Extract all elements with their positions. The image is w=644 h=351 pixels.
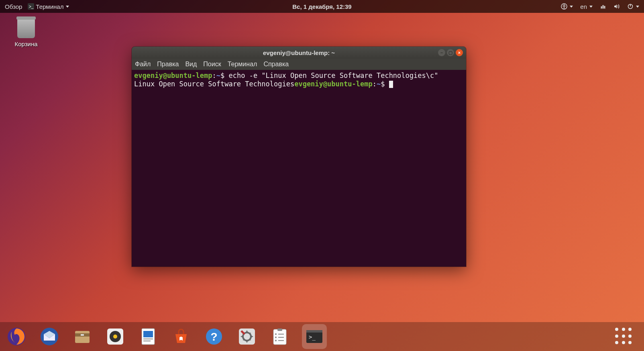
prompt-user-host: evgeniy@ubuntu-lemp [134, 71, 212, 80]
app-menu-button[interactable]: >_ Терминал [28, 3, 69, 10]
network-indicator[interactable] [600, 3, 606, 10]
terminal-window: evgeniy@ubuntu-lemp: ~ – ▢ × Файл Правка… [132, 47, 466, 267]
libreoffice-writer-icon [139, 327, 158, 346]
prompt-symbol: $ [381, 80, 385, 88]
activities-button[interactable]: Обзор [5, 3, 22, 10]
terminal-menubar: Файл Правка Вид Поиск Терминал Справка [132, 59, 466, 70]
svg-rect-15 [143, 331, 153, 337]
todo-icon [270, 327, 289, 346]
help-icon: ? [204, 327, 224, 346]
window-titlebar[interactable]: evgeniy@ubuntu-lemp: ~ – ▢ × [132, 47, 466, 59]
show-applications-button[interactable] [615, 328, 633, 345]
app-menu-label: Терминал [36, 3, 63, 10]
rhythmbox-icon [106, 327, 125, 346]
trash-bin-icon [17, 19, 35, 38]
svg-rect-31 [306, 330, 322, 333]
svg-point-3 [564, 4, 565, 6]
dock-ubuntu-software[interactable] [170, 326, 192, 347]
prompt-symbol: $ [220, 71, 224, 80]
network-icon [600, 3, 606, 10]
chevron-down-icon [636, 6, 639, 8]
svg-text:>_: >_ [309, 334, 316, 341]
window-title: evgeniy@ubuntu-lemp: ~ [263, 49, 335, 56]
svg-text:?: ? [210, 331, 217, 343]
top-panel: Обзор >_ Терминал Вс, 1 декабря, 12:39 e… [0, 0, 644, 13]
terminal-app-icon: >_ [28, 3, 34, 10]
chevron-down-icon [570, 6, 573, 8]
trash-desktop-icon[interactable]: Корзина [8, 19, 44, 47]
minimize-button[interactable]: – [438, 49, 445, 56]
svg-point-26 [275, 337, 277, 338]
ubuntu-software-icon [171, 327, 191, 346]
dock: ? >_ [0, 322, 644, 351]
dock-help[interactable]: ? [203, 326, 225, 347]
prompt-sep: : [373, 80, 377, 88]
menu-terminal[interactable]: Терминал [228, 61, 257, 68]
svg-rect-23 [277, 329, 282, 331]
input-source-menu[interactable]: en [580, 3, 593, 10]
chevron-down-icon [589, 6, 593, 8]
volume-icon [613, 3, 620, 10]
files-icon [73, 327, 92, 346]
desktop: Корзина evgeniy@ubuntu-lemp: ~ – ▢ × Фай… [0, 13, 644, 351]
output-text: Linux Open Source Software Technologies [134, 80, 294, 88]
dock-libreoffice-writer[interactable] [137, 326, 159, 347]
svg-point-13 [113, 335, 117, 339]
prompt-path: ~ [216, 71, 220, 80]
dock-thunderbird[interactable] [39, 326, 60, 347]
firefox-icon [7, 327, 26, 346]
terminal-content[interactable]: evgeniy@ubuntu-lemp:~$ echo -e "Linux Op… [132, 70, 466, 90]
dock-files[interactable] [71, 326, 93, 347]
volume-indicator[interactable] [613, 3, 620, 10]
menu-search[interactable]: Поиск [203, 61, 221, 68]
svg-text:>_: >_ [29, 4, 34, 9]
menu-help[interactable]: Справка [263, 61, 289, 68]
trash-label: Корзина [8, 41, 44, 47]
input-source-label: en [580, 3, 587, 10]
svg-point-28 [275, 340, 277, 341]
svg-rect-10 [81, 334, 84, 336]
menu-file[interactable]: Файл [135, 61, 151, 68]
dock-settings[interactable] [236, 326, 258, 347]
prompt-sep: : [212, 71, 216, 80]
dock-firefox[interactable] [6, 326, 27, 347]
svg-rect-8 [75, 331, 90, 343]
dock-terminal[interactable]: >_ [302, 324, 327, 349]
svg-point-24 [275, 333, 277, 335]
prompt-path: ~ [377, 80, 381, 88]
power-menu[interactable] [627, 3, 639, 10]
dock-todo[interactable] [269, 326, 291, 347]
command-text: echo -e "Linux Open Source Software Tech… [228, 71, 438, 80]
power-icon [627, 3, 634, 10]
accessibility-icon [561, 3, 567, 10]
menu-view[interactable]: Вид [185, 61, 197, 68]
dock-rhythmbox[interactable] [104, 326, 126, 347]
settings-icon [237, 327, 257, 346]
maximize-button[interactable]: ▢ [447, 49, 454, 56]
chevron-down-icon [66, 6, 69, 8]
terminal-cursor [389, 81, 393, 88]
close-button[interactable]: × [456, 49, 463, 56]
thunderbird-icon [40, 327, 59, 346]
command-text [224, 71, 228, 80]
clock[interactable]: Вс, 1 декабря, 12:39 [292, 3, 351, 10]
menu-edit[interactable]: Правка [157, 61, 179, 68]
accessibility-menu[interactable] [561, 3, 573, 10]
terminal-icon: >_ [305, 327, 324, 346]
prompt-user-host: evgeniy@ubuntu-lemp [294, 80, 372, 88]
